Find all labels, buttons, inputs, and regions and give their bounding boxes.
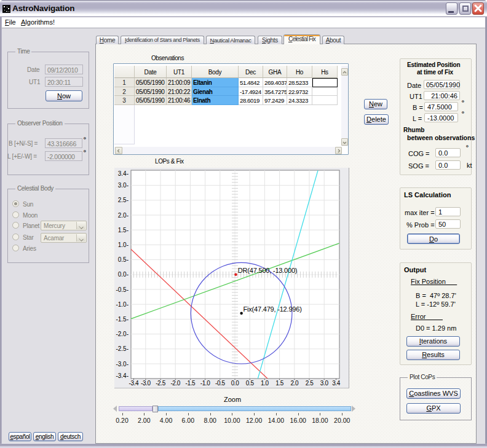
svg-text:0.5: 0.5 [246, 380, 255, 387]
svg-text:3.4: 3.4 [332, 380, 341, 387]
svg-text:-3.0: -3.0 [141, 380, 151, 387]
svg-text:Fix(47.479, -12.996): Fix(47.479, -12.996) [244, 305, 302, 313]
svg-text:1.5: 1.5 [275, 380, 284, 387]
svg-text:-1.5: -1.5 [186, 380, 196, 387]
svg-text:1.0-: 1.0- [118, 242, 129, 248]
svg-text:1.5-: 1.5- [118, 227, 129, 234]
svg-text:-1.0: -1.0 [200, 380, 210, 387]
svg-text:-1.0-: -1.0- [116, 301, 129, 308]
svg-text:-2.5-: -2.5- [116, 345, 129, 352]
svg-text:2.0-: 2.0- [118, 212, 129, 219]
svg-text:0.0: 0.0 [231, 380, 240, 387]
svg-text:3.0-: 3.0- [118, 182, 129, 189]
svg-text:2.0: 2.0 [290, 380, 299, 387]
svg-text:3.4-: 3.4- [118, 170, 129, 177]
svg-text:-3.0-: -3.0- [116, 361, 129, 367]
svg-text:-2.5: -2.5 [156, 380, 165, 387]
svg-text:-0.5-: -0.5- [116, 286, 129, 293]
svg-text:0.0-: 0.0- [118, 271, 129, 278]
svg-text:-3.4: -3.4 [129, 380, 139, 387]
svg-text:3.0: 3.0 [320, 380, 329, 387]
svg-text:DR(47.500, -13.000): DR(47.500, -13.000) [238, 267, 297, 274]
svg-text:2.5: 2.5 [306, 380, 314, 387]
svg-text:-2.0-: -2.0- [116, 331, 129, 337]
svg-text:2.5-: 2.5- [118, 197, 129, 203]
svg-text:-1.5-: -1.5- [116, 316, 129, 323]
svg-text:-3.4-: -3.4- [116, 372, 129, 379]
svg-text:1.0: 1.0 [261, 380, 269, 387]
svg-text:-2.0: -2.0 [170, 380, 180, 387]
svg-text:0.5-: 0.5- [118, 256, 129, 263]
svg-text:-0.5: -0.5 [215, 380, 225, 387]
